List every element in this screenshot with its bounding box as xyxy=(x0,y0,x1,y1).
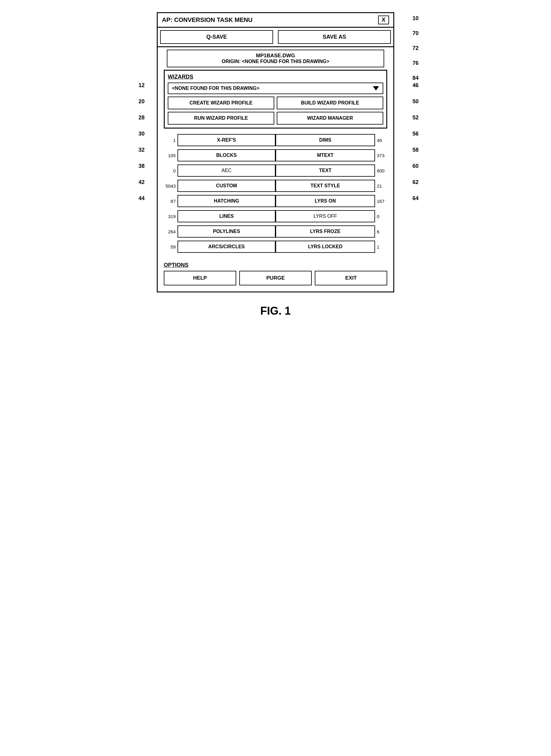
run-wizard-button[interactable]: RUN WIZARD PROFILE xyxy=(168,112,274,124)
custom-row: 5043 CUSTOM xyxy=(164,180,276,192)
lines-row: 319 LINES xyxy=(164,210,276,222)
options-section: OPTIONS HELP PURGE EXIT xyxy=(158,259,393,292)
wizard-dropdown-value: <NONE FOUND FOR THIS DRAWING> xyxy=(172,86,259,91)
wizard-dropdown[interactable]: <NONE FOUND FOR THIS DRAWING> xyxy=(168,82,383,94)
text-style-button[interactable]: TEXT STYLE xyxy=(276,180,375,192)
blocks-count: 105 xyxy=(164,153,177,158)
wizard-buttons-grid: CREATE WIZARD PROFILE BUILD WIZARD PROFI… xyxy=(168,96,383,124)
blocks-row: 105 BLOCKS xyxy=(164,149,276,161)
polylines-count: 264 xyxy=(164,229,177,234)
origin-filename: MP1BASE.DWG xyxy=(170,53,381,59)
text-style-row: TEXT STYLE 21 xyxy=(276,180,387,192)
figure-label: FIG. 1 xyxy=(157,305,394,317)
close-button[interactable]: X xyxy=(378,16,389,24)
wizard-manager-button[interactable]: WIZARD MANAGER xyxy=(277,112,383,124)
aec-count: 0 xyxy=(164,168,177,173)
wizards-section: WIZARDS <NONE FOUND FOR THIS DRAWING> CR… xyxy=(164,70,387,128)
lyrs-on-row: LYRS ON 167 xyxy=(276,195,387,207)
ref-50: 50 xyxy=(413,98,419,105)
ref-76: 76 xyxy=(413,60,419,66)
text-row: TEXT 600 xyxy=(276,164,387,177)
dims-row: DIMS 46 xyxy=(276,134,387,146)
ref-60: 60 xyxy=(413,163,419,169)
polylines-button[interactable]: POLYLINES xyxy=(177,226,276,238)
ref-12: 12 xyxy=(138,82,145,89)
qsave-button[interactable]: Q-SAVE xyxy=(160,30,273,44)
custom-count: 5043 xyxy=(164,183,177,188)
text-count: 600 xyxy=(375,168,387,173)
arcs-circles-button[interactable]: ARCS/CIRCLES xyxy=(177,241,276,253)
lyrs-on-button[interactable]: LYRS ON xyxy=(276,195,375,207)
left-items-column: 1 X-REF'S 105 BLOCKS 0 AEC 5043 xyxy=(164,134,276,256)
ref-56: 56 xyxy=(413,131,419,137)
ref-58: 58 xyxy=(413,147,419,153)
origin-text: ORIGIN: <NONE FOUND FOR THIS DRAWING> xyxy=(170,59,381,64)
hatching-count: 87 xyxy=(164,199,177,204)
blocks-button[interactable]: BLOCKS xyxy=(177,149,276,161)
dims-count: 46 xyxy=(375,138,387,143)
ref-52: 52 xyxy=(413,114,419,121)
right-items-column: DIMS 46 MTEXT 373 TEXT 600 TEXT STYLE xyxy=(276,134,387,256)
ref-28: 28 xyxy=(138,114,145,121)
lyrs-off-button[interactable]: LYRS OFF xyxy=(276,210,375,222)
saveas-button[interactable]: SAVE AS xyxy=(278,30,391,44)
lyrs-locked-count: 1 xyxy=(375,244,387,250)
hatching-row: 87 HATCHING xyxy=(164,195,276,207)
purge-button[interactable]: PURGE xyxy=(239,271,312,285)
arcs-circles-count: 59 xyxy=(164,244,177,250)
mtext-count: 373 xyxy=(375,153,387,158)
lyrs-off-row: LYRS OFF 0 xyxy=(276,210,387,222)
top-toolbar: Q-SAVE SAVE AS xyxy=(158,28,393,47)
ref-30: 30 xyxy=(138,131,145,137)
lyrs-froze-count: 6 xyxy=(375,229,387,234)
lyrs-froze-button[interactable]: LYRS FROZE xyxy=(276,226,375,238)
ref-70: 70 xyxy=(413,30,419,37)
origin-box: MP1BASE.DWG ORIGIN: <NONE FOUND FOR THIS… xyxy=(167,50,384,67)
options-buttons: HELP PURGE EXIT xyxy=(164,271,387,285)
mtext-row: MTEXT 373 xyxy=(276,149,387,161)
lyrs-on-count: 167 xyxy=(375,199,387,204)
lyrs-off-count: 0 xyxy=(375,214,387,219)
lines-button[interactable]: LINES xyxy=(177,210,276,222)
xrefs-count: 1 xyxy=(164,138,177,143)
title-bar: AP: CONVERSION TASK MENU X xyxy=(158,13,393,28)
ref-64: 64 xyxy=(413,195,419,202)
ref-44: 44 xyxy=(138,195,145,202)
xrefs-button[interactable]: X-REF'S xyxy=(177,134,276,146)
ref-84: 84 xyxy=(413,75,419,81)
text-button[interactable]: TEXT xyxy=(276,164,375,177)
text-style-count: 21 xyxy=(375,183,387,188)
exit-button[interactable]: EXIT xyxy=(315,271,387,285)
ref-32: 32 xyxy=(138,147,145,153)
ref-46: 46 xyxy=(413,82,419,89)
custom-button[interactable]: CUSTOM xyxy=(177,180,276,192)
hatching-button[interactable]: HATCHING xyxy=(177,195,276,207)
polylines-row: 264 POLYLINES xyxy=(164,226,276,238)
window-title: AP: CONVERSION TASK MENU xyxy=(162,16,252,23)
lyrs-locked-button[interactable]: LYRS LOCKED xyxy=(276,241,375,253)
dims-button[interactable]: DIMS xyxy=(276,134,375,146)
lyrs-froze-row: LYRS FROZE 6 xyxy=(276,226,387,238)
ref-42: 42 xyxy=(138,179,145,185)
items-grid: 1 X-REF'S 105 BLOCKS 0 AEC 5043 xyxy=(164,134,387,256)
items-section: 1 X-REF'S 105 BLOCKS 0 AEC 5043 xyxy=(158,131,393,259)
wizards-label: WIZARDS xyxy=(168,74,383,80)
lyrs-locked-row: LYRS LOCKED 1 xyxy=(276,241,387,253)
help-button[interactable]: HELP xyxy=(164,271,236,285)
lines-count: 319 xyxy=(164,214,177,219)
ref-72: 72 xyxy=(413,45,419,51)
arcs-circles-row: 59 ARCS/CIRCLES xyxy=(164,241,276,253)
ref-62: 62 xyxy=(413,179,419,185)
wizard-dropdown-row: <NONE FOUND FOR THIS DRAWING> xyxy=(168,82,383,94)
xrefs-row: 1 X-REF'S xyxy=(164,134,276,146)
ref-38: 38 xyxy=(138,163,145,169)
build-wizard-button[interactable]: BUILD WIZARD PROFILE xyxy=(277,96,383,109)
main-window: AP: CONVERSION TASK MENU X Q-SAVE SAVE A… xyxy=(157,12,394,292)
dropdown-arrow-icon xyxy=(373,86,379,90)
aec-row: 0 AEC xyxy=(164,164,276,177)
ref-20: 20 xyxy=(138,98,145,105)
aec-button[interactable]: AEC xyxy=(177,164,276,177)
ref-10: 10 xyxy=(413,15,419,22)
mtext-button[interactable]: MTEXT xyxy=(276,149,375,161)
create-wizard-button[interactable]: CREATE WIZARD PROFILE xyxy=(168,96,274,109)
